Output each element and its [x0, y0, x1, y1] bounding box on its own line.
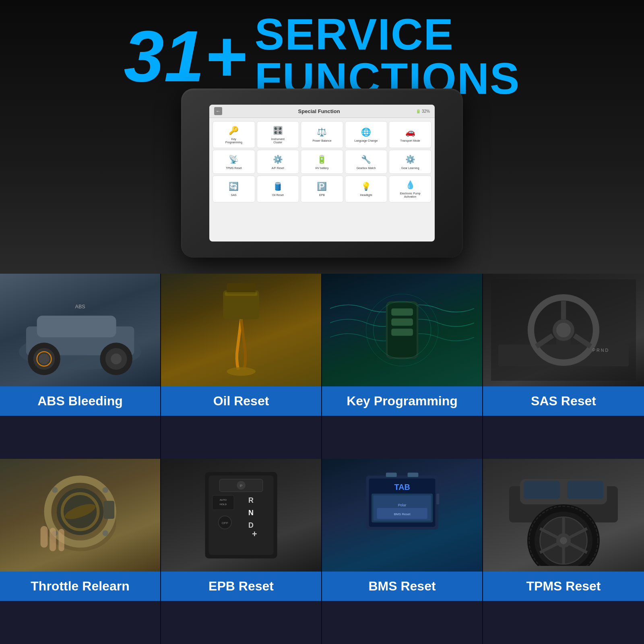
back-button[interactable]: ←	[214, 107, 222, 115]
transport-icon: 🚗	[405, 126, 416, 138]
svg-text:TAB: TAB	[394, 483, 410, 491]
grid-item-power-balance[interactable]: ⚖️ Power Balance	[301, 121, 343, 148]
grid-item-pump[interactable]: 💧 Electronic PumpActivation	[389, 175, 431, 202]
svg-text:R: R	[248, 496, 254, 504]
oil-label-bg: Oil Reset	[161, 386, 321, 416]
tpms-label-text: TPMS Reset	[526, 579, 601, 593]
key-label-bg: Key Programming	[322, 386, 482, 416]
feature-tpms-reset: TPMS Reset	[483, 459, 644, 644]
grid-item-transport[interactable]: 🚗 Transport Mode	[389, 121, 431, 148]
tpms-image	[483, 459, 644, 572]
svg-point-79	[560, 537, 567, 544]
abs-visual: ABS	[8, 279, 152, 381]
grid-item-key[interactable]: 🔑 KeyProgramming	[213, 121, 255, 148]
svg-text:HOLD: HOLD	[220, 503, 227, 506]
svg-rect-81	[524, 481, 560, 499]
svg-point-40	[103, 530, 108, 536]
screen-grid: 🔑 KeyProgramming 🎛️ InstrumentCluster ⚖️…	[209, 118, 435, 206]
grid-item-headlight[interactable]: 💡 Headlight	[345, 175, 388, 202]
feature-throttle-relearn: Throttle Relearn	[0, 459, 161, 644]
pump-icon: 💧	[405, 179, 416, 190]
svg-text:ABS: ABS	[75, 304, 85, 310]
hv-icon: 🔋	[316, 154, 328, 165]
grid-item-gearbox[interactable]: 🔧 Gearbox Match	[345, 150, 388, 174]
throttle-image	[0, 459, 160, 572]
throttle-label-bg: Throttle Relearn	[0, 572, 160, 601]
svg-point-38	[52, 487, 58, 493]
svg-point-39	[103, 487, 108, 493]
screen-header: ← Special Function 🔋 32%	[209, 105, 435, 118]
features-row-2: Throttle Relearn P AUTO HOLD	[0, 459, 644, 644]
oil-visual	[169, 279, 313, 381]
svg-point-30	[556, 323, 571, 337]
bms-label-bg: BMS Reset	[322, 572, 482, 601]
svg-rect-17	[391, 308, 413, 316]
feature-epb-reset: P AUTO HOLD R N D OFF + EPB Reset	[161, 459, 322, 644]
battery-icon: 🔋 32%	[416, 109, 430, 114]
service-count: 31+	[124, 20, 247, 93]
svg-rect-69	[407, 473, 418, 477]
throttle-visual	[8, 464, 152, 566]
grid-item-gear-learning[interactable]: ⚙️ Gear Learning	[389, 150, 431, 174]
abs-image: ABS	[0, 274, 160, 386]
epb-label-text: EPB Reset	[208, 579, 274, 593]
grid-item-oil[interactable]: 🛢️ Oil Reset	[257, 175, 299, 202]
svg-rect-37	[103, 501, 114, 519]
grid-item-sas[interactable]: 🔄 SAS	[213, 175, 255, 202]
svg-rect-44	[58, 529, 64, 551]
grid-item-tpms[interactable]: 📡 TPMS Reset	[213, 150, 255, 174]
sas-visual: P R N D	[491, 279, 636, 381]
svg-rect-43	[50, 528, 56, 551]
epb-image: P AUTO HOLD R N D OFF +	[161, 459, 321, 572]
svg-text:D: D	[248, 521, 254, 529]
svg-point-5	[39, 353, 50, 364]
grid-item-af[interactable]: ⚙️ A/F Reset	[257, 150, 299, 174]
oil-icon: 🛢️	[272, 181, 283, 192]
svg-text:OFF: OFF	[222, 521, 228, 525]
svg-rect-2	[37, 316, 116, 337]
svg-text:Polar: Polar	[398, 503, 407, 507]
gear-learning-icon: ⚙️	[405, 154, 416, 165]
key-icon: 🔑	[228, 125, 239, 136]
oil-label-text: Oil Reset	[213, 394, 269, 408]
key-label-text: Key Programming	[347, 394, 458, 408]
device-screen: ← Special Function 🔋 32% 🔑 KeyProgrammin…	[209, 105, 435, 242]
svg-text:P: P	[240, 483, 243, 488]
bms-label-text: BMS Reset	[368, 579, 436, 593]
feature-oil-reset: Oil Reset	[161, 274, 322, 459]
language-icon: 🌐	[361, 126, 372, 138]
svg-point-8	[111, 353, 122, 364]
abs-label-text: ABS Bleeding	[37, 394, 123, 408]
svg-point-13	[227, 367, 256, 376]
tpms-icon: 📡	[228, 154, 239, 165]
svg-rect-14	[225, 292, 258, 296]
features-row-1: ABS ABS Bleeding	[0, 274, 644, 459]
service-line1: SERVICE	[255, 12, 454, 56]
feature-key-programming: Key Programming	[322, 274, 483, 459]
bms-image: TAB Polar BMS Reset	[322, 459, 482, 572]
svg-rect-42	[40, 526, 47, 548]
key-image	[322, 274, 482, 386]
device: ← Special Function 🔋 32% 🔑 KeyProgrammin…	[181, 89, 463, 258]
bottom-section: ABS ABS Bleeding	[0, 274, 644, 644]
af-icon: ⚙️	[272, 154, 283, 165]
svg-text:N: N	[248, 509, 254, 517]
grid-item-language[interactable]: 🌐 Language Change	[345, 121, 388, 148]
grid-item-epb[interactable]: 🅿️ EPB	[301, 175, 343, 202]
svg-text:+: +	[252, 529, 257, 539]
sas-image: P R N D	[483, 274, 644, 386]
grid-item-hv[interactable]: 🔋 HV battery	[301, 150, 343, 174]
key-visual	[330, 279, 474, 381]
power-balance-icon: ⚖️	[316, 126, 328, 138]
tpms-visual	[491, 464, 636, 566]
oil-image	[161, 274, 321, 386]
svg-rect-82	[567, 481, 603, 499]
headlight-icon: 💡	[361, 181, 372, 192]
tpms-label-bg: TPMS Reset	[483, 572, 644, 601]
throttle-label-text: Throttle Relearn	[31, 579, 129, 593]
svg-text:AUTO: AUTO	[220, 498, 227, 501]
feature-abs-bleeding: ABS ABS Bleeding	[0, 274, 161, 459]
svg-rect-67	[436, 493, 439, 504]
header-area: 31+ SERVICE FUNCTIONS	[0, 0, 644, 101]
grid-item-instrument[interactable]: 🎛️ InstrumentCluster	[257, 121, 299, 148]
